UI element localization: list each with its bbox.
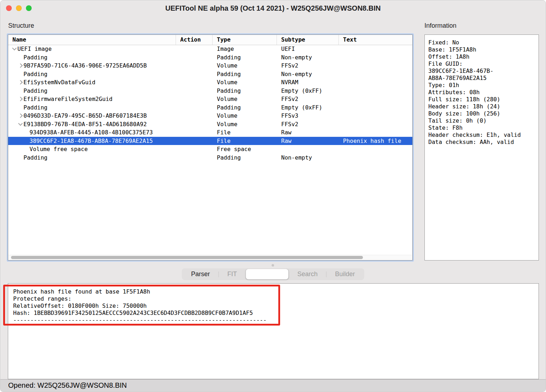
row-action — [176, 112, 213, 120]
row-action — [176, 120, 213, 129]
row-subtype: Raw — [277, 137, 339, 145]
row-action — [176, 78, 213, 87]
chevron-down-icon[interactable] — [17, 120, 23, 129]
row-name-cell: E9138BD9-767B-4EDA-8F51-4AD618680A92 — [8, 120, 176, 129]
tree-row[interactable]: EfiFirmwareFileSystem2GuidVolumeFFSv2 — [8, 95, 412, 103]
row-text: Phoenix hash file — [339, 137, 412, 145]
info-line: Type: 01h — [428, 82, 535, 89]
row-subtype: Non-empty — [277, 53, 339, 62]
row-type: Padding — [213, 87, 277, 95]
row-subtype: UEFI — [277, 45, 339, 53]
row-name-cell: Volume free space — [8, 145, 176, 154]
column-header-action[interactable]: Action — [176, 35, 213, 45]
info-line: File GUID: — [428, 60, 535, 68]
row-type: Image — [213, 45, 277, 53]
row-text — [339, 45, 412, 53]
message-line[interactable]: Protected ranges: — [13, 295, 534, 302]
tree-row[interactable]: PaddingPaddingNon-empty — [8, 154, 412, 162]
tree-header: NameActionTypeSubtypeText — [8, 35, 412, 45]
row-action — [176, 87, 213, 95]
tree-row[interactable]: PaddingPaddingEmpty (0xFF) — [8, 103, 412, 112]
row-subtype: Empty (0xFF) — [277, 103, 339, 112]
tab-parser[interactable]: Parser — [182, 269, 218, 279]
row-text — [339, 87, 412, 95]
column-header-type[interactable]: Type — [213, 35, 277, 45]
row-name: Volume free space — [30, 146, 88, 152]
chevron-down-icon[interactable] — [11, 45, 17, 53]
tab-fit[interactable]: FIT — [219, 269, 245, 279]
message-line[interactable]: RelativeOffset: 0180F000h Size: 750000h — [13, 302, 534, 310]
column-header-subtype[interactable]: Subtype — [277, 35, 339, 45]
row-subtype: Empty (0xFF) — [277, 87, 339, 95]
info-line: Header size: 18h (24) — [428, 103, 535, 110]
message-line[interactable]: ----------------------------------------… — [13, 317, 534, 324]
chevron-right-icon[interactable] — [17, 78, 23, 87]
splitter-handle[interactable] — [272, 264, 274, 267]
row-text — [339, 78, 412, 87]
close-button[interactable] — [6, 5, 12, 11]
minimize-button[interactable] — [16, 5, 22, 11]
row-type: Free space — [213, 145, 277, 154]
row-subtype: FFSv3 — [277, 112, 339, 120]
tree-row[interactable]: UEFI imageImageUEFI — [8, 45, 412, 53]
parser-messages[interactable]: Phoenix hash file found at base 1F5F1A8h… — [8, 283, 539, 379]
row-type: Volume — [213, 120, 277, 129]
chevron-right-icon[interactable] — [17, 112, 23, 120]
info-line: Full size: 118h (280) — [428, 96, 535, 103]
row-name: Padding — [23, 71, 47, 77]
tree-row[interactable]: E9138BD9-767B-4EDA-8F51-4AD618680A92Volu… — [8, 120, 412, 129]
row-text — [339, 154, 412, 162]
row-action — [176, 128, 213, 137]
chevron-right-icon[interactable] — [17, 61, 23, 70]
structure-label: Structure — [8, 22, 34, 29]
tree-row[interactable]: PaddingPaddingNon-empty — [8, 53, 412, 62]
row-subtype: Non-empty — [277, 70, 339, 79]
tree-row[interactable]: 389CC6F2-1EA8-467B-AB8A-78E769AE2A15File… — [8, 137, 412, 145]
tree-row[interactable]: EfiSystemNvDataFvGuidVolumeNVRAM — [8, 78, 412, 87]
tree-row[interactable]: 934D938A-AFEB-4445-A108-4B100C375E73File… — [8, 128, 412, 137]
info-line: State: F8h — [428, 124, 535, 131]
row-action — [176, 103, 213, 112]
tree-row[interactable]: 9B7FA59D-71C6-4A36-906E-9725EA6ADD5BVolu… — [8, 61, 412, 70]
tree-row[interactable]: PaddingPaddingNon-empty — [8, 70, 412, 79]
row-action — [176, 154, 213, 162]
status-bar: Opened: W25Q256JW@WSON8.BIN — [0, 379, 546, 392]
row-action — [176, 53, 213, 62]
row-type: File — [213, 137, 277, 145]
info-line: 389CC6F2-1EA8-467B- — [428, 68, 535, 75]
app-window: UEFITool NE alpha 59 (Oct 14 2021) - W25… — [0, 0, 546, 392]
column-header-text[interactable]: Text — [339, 35, 412, 45]
scrollbar-thumb[interactable] — [11, 256, 363, 259]
zoom-button[interactable] — [26, 5, 32, 11]
structure-tree[interactable]: NameActionTypeSubtypeText UEFI imageImag… — [8, 34, 413, 261]
row-name-cell: Padding — [8, 103, 176, 112]
column-header-name[interactable]: Name — [8, 35, 176, 45]
row-name: E9138BD9-767B-4EDA-8F51-4AD618680A92 — [23, 121, 147, 128]
row-type: Padding — [213, 103, 277, 112]
horizontal-scrollbar[interactable] — [9, 255, 412, 260]
tree-row[interactable]: 0496D33D-EA79-495C-B65D-ABF607184E3BVolu… — [8, 112, 412, 120]
tab-selected[interactable] — [246, 269, 288, 279]
message-line[interactable]: Hash: 1BEBBD39691F34250125AECCC5902A243C… — [13, 310, 534, 317]
chevron-right-icon[interactable] — [17, 95, 23, 103]
row-name: Padding — [23, 154, 47, 161]
row-name-cell: 9B7FA59D-71C6-4A36-906E-9725EA6ADD5B — [8, 61, 176, 70]
row-text — [339, 145, 412, 154]
tree-row[interactable]: Volume free spaceFree space — [8, 145, 412, 154]
row-name-cell: Padding — [8, 53, 176, 62]
info-line: Base: 1F5F1A8h — [428, 46, 535, 53]
tree-row[interactable]: PaddingPaddingEmpty (0xFF) — [8, 87, 412, 95]
row-action — [176, 45, 213, 53]
row-name-cell: EfiSystemNvDataFvGuid — [8, 78, 176, 87]
status-text: Opened: W25Q256JW@WSON8.BIN — [8, 381, 127, 389]
row-name-cell: 389CC6F2-1EA8-467B-AB8A-78E769AE2A15 — [8, 137, 176, 145]
tab-builder[interactable]: Builder — [327, 269, 364, 279]
row-action — [176, 61, 213, 70]
tree-body: UEFI imageImageUEFIPaddingPaddingNon-emp… — [8, 45, 412, 255]
information-label: Information — [424, 22, 456, 29]
info-line: Fixed: No — [428, 39, 535, 46]
tab-search[interactable]: Search — [289, 269, 326, 279]
information-panel: Fixed: NoBase: 1F5F1A8hOffset: 1A8hFile … — [424, 34, 539, 261]
titlebar[interactable]: UEFITool NE alpha 59 (Oct 14 2021) - W25… — [0, 0, 546, 16]
message-line[interactable]: Phoenix hash file found at base 1F5F1A8h — [13, 288, 534, 295]
